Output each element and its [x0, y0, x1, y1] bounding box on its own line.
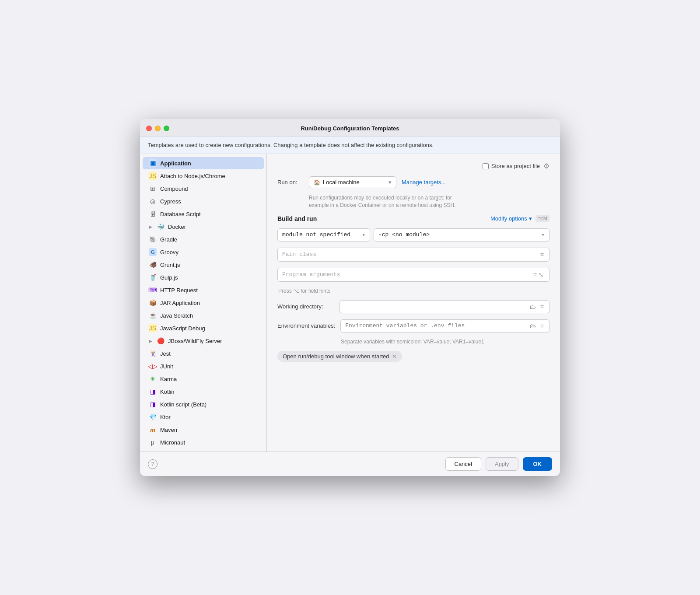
chevron-right-icon: ▶: [149, 224, 152, 229]
sidebar-item-karma[interactable]: ✳Karma: [143, 373, 264, 385]
modify-options-button[interactable]: Modify options ▾: [490, 215, 532, 222]
close-button[interactable]: [146, 126, 152, 131]
sidebar-item-http-request[interactable]: ⌨HTTP Request: [143, 284, 264, 296]
tag-chips-row: Open run/debug tool window when started …: [277, 351, 550, 362]
gulp-icon: 🥤: [149, 273, 157, 281]
classpath-dropdown[interactable]: -cp <no module> ▾: [374, 228, 550, 242]
sidebar-item-label: Java Scratch: [160, 312, 193, 319]
sidebar-item-label: Compound: [160, 186, 188, 192]
sidebar-item-compound[interactable]: ⊞Compound: [143, 182, 264, 195]
run-hint: Run configurations may be executed local…: [277, 194, 550, 209]
store-row: Store as project file ⚙: [277, 162, 550, 170]
sidebar-item-attach-node[interactable]: JSAttach to Node.js/Chrome: [143, 170, 264, 182]
cypress-icon: ◎: [149, 197, 157, 205]
run-on-label: Run on:: [277, 179, 304, 186]
sidebar-item-label: Attach to Node.js/Chrome: [160, 173, 225, 179]
maximize-button[interactable]: [164, 126, 169, 131]
sidebar-item-gradle[interactable]: 🐘Gradle: [143, 233, 264, 245]
minimize-button[interactable]: [155, 126, 161, 131]
main-class-input[interactable]: [282, 251, 539, 258]
sidebar-item-grunt[interactable]: 🐗Grunt.js: [143, 259, 264, 271]
sidebar-item-kotlin[interactable]: ◨Kotlin: [143, 385, 264, 398]
program-args-field[interactable]: ≡ ⤡: [277, 268, 550, 282]
sidebar-item-label: Application: [160, 160, 191, 167]
sidebar-item-label: Grunt.js: [160, 262, 180, 268]
store-project-file-checkbox[interactable]: [483, 163, 489, 169]
env-list-icon[interactable]: ≡: [539, 322, 545, 329]
micronaut-icon: μ: [149, 438, 157, 446]
sidebar-item-database-script[interactable]: 🗄Database Script: [143, 208, 264, 220]
kotlin-icon: ◨: [149, 388, 157, 396]
right-panel: Store as project file ⚙ Run on: 🏠 Local …: [267, 154, 560, 452]
compound-icon: ⊞: [149, 185, 157, 192]
env-field[interactable]: 🗁 ≡: [340, 319, 550, 332]
sidebar-item-label: Database Script: [160, 211, 201, 217]
working-dir-input[interactable]: [344, 303, 526, 310]
env-input[interactable]: [345, 322, 526, 329]
manage-targets-link[interactable]: Manage targets...: [402, 179, 446, 186]
dialog-title: Run/Debug Configuration Templates: [301, 125, 399, 132]
field-hint: Press ⌥ for field hints: [277, 288, 550, 294]
main-class-browse-icon[interactable]: ≡: [539, 251, 545, 258]
sidebar-item-maven[interactable]: mMaven: [143, 424, 264, 436]
jar-app-icon: 📦: [149, 299, 157, 307]
sidebar-item-cypress[interactable]: ◎Cypress: [143, 195, 264, 207]
build-run-header: Build and run Modify options ▾ ⌥M: [277, 215, 550, 222]
gear-button[interactable]: ⚙: [543, 162, 550, 170]
ok-button[interactable]: OK: [523, 457, 553, 471]
tag-close-button[interactable]: ✕: [392, 353, 397, 360]
chevron-down-icon: ▾: [388, 179, 392, 186]
java-scratch-icon: ☕: [149, 312, 157, 319]
sidebar-item-label: Micronaut: [160, 439, 185, 446]
sidebar-item-docker[interactable]: ▶🐳Docker: [143, 220, 264, 233]
working-dir-field[interactable]: 🗁 ≡: [340, 300, 550, 313]
store-project-file-label[interactable]: Store as project file: [483, 163, 540, 169]
sidebar-item-jest[interactable]: 🃏Jest: [143, 347, 264, 360]
cancel-button[interactable]: Cancel: [445, 457, 481, 471]
sidebar-item-label: Gulp.js: [160, 274, 178, 281]
sidebar-item-java-scratch[interactable]: ☕Java Scratch: [143, 309, 264, 322]
program-args-input[interactable]: [282, 271, 532, 278]
working-dir-folder-icon[interactable]: 🗁: [529, 303, 537, 310]
sidebar-item-junit[interactable]: ◁▷JUnit: [143, 360, 264, 372]
grunt-icon: 🐗: [149, 261, 157, 269]
sidebar-item-label: HTTP Request: [160, 287, 198, 294]
sidebar-item-js-debug[interactable]: JSJavaScript Debug: [143, 322, 264, 334]
sidebar-item-label: JUnit: [160, 363, 173, 370]
program-args-list-icon[interactable]: ≡: [532, 271, 538, 278]
program-args-expand-icon[interactable]: ⤡: [538, 271, 545, 278]
gradle-icon: 🐘: [149, 235, 157, 243]
chevron-right-icon: ▶: [149, 339, 152, 343]
docker-icon: 🐳: [157, 223, 164, 231]
sidebar-item-jboss[interactable]: ▶🔴JBoss/WildFly Server: [143, 335, 264, 347]
apply-button[interactable]: Apply: [486, 457, 518, 471]
env-folder-icon[interactable]: 🗁: [529, 322, 537, 329]
module-dropdown[interactable]: module not specified ▾: [277, 228, 370, 242]
sidebar-item-groovy[interactable]: GGroovy: [143, 246, 264, 258]
kotlin-script-icon: ◨: [149, 400, 157, 408]
attach-node-icon: JS: [149, 172, 157, 180]
env-row: Environment variables: 🗁 ≡: [277, 319, 550, 332]
sidebar-item-application[interactable]: ▣Application: [143, 157, 264, 169]
sidebar-item-label: Gradle: [160, 236, 177, 243]
sidebar-item-label: Groovy: [160, 249, 178, 256]
dialog: Run/Debug Configuration Templates Templa…: [140, 119, 560, 476]
http-request-icon: ⌨: [149, 286, 157, 294]
main-class-field[interactable]: ≡: [277, 248, 550, 262]
sidebar-item-gulp[interactable]: 🥤Gulp.js: [143, 271, 264, 284]
chevron-down-icon: ▾: [541, 231, 545, 238]
working-dir-list-icon[interactable]: ≡: [539, 303, 545, 310]
jest-icon: 🃏: [149, 350, 157, 357]
house-icon: 🏠: [314, 179, 320, 186]
build-run-title: Build and run: [277, 215, 317, 222]
tool-window-tag: Open run/debug tool window when started …: [277, 351, 402, 362]
sidebar-item-micronaut[interactable]: μMicronaut: [143, 436, 264, 448]
jboss-icon: 🔴: [157, 337, 164, 345]
run-on-dropdown[interactable]: 🏠 Local machine ▾: [309, 176, 396, 188]
sidebar-item-label: JAR Application: [160, 300, 200, 306]
sidebar-item-jar-app[interactable]: 📦JAR Application: [143, 297, 264, 309]
sidebar-item-kotlin-script[interactable]: ◨Kotlin script (Beta): [143, 398, 264, 410]
sidebar-item-ktor[interactable]: 💎Ktor: [143, 411, 264, 423]
help-button[interactable]: ?: [148, 459, 158, 469]
bottom-bar: ? Cancel Apply OK: [140, 452, 560, 476]
